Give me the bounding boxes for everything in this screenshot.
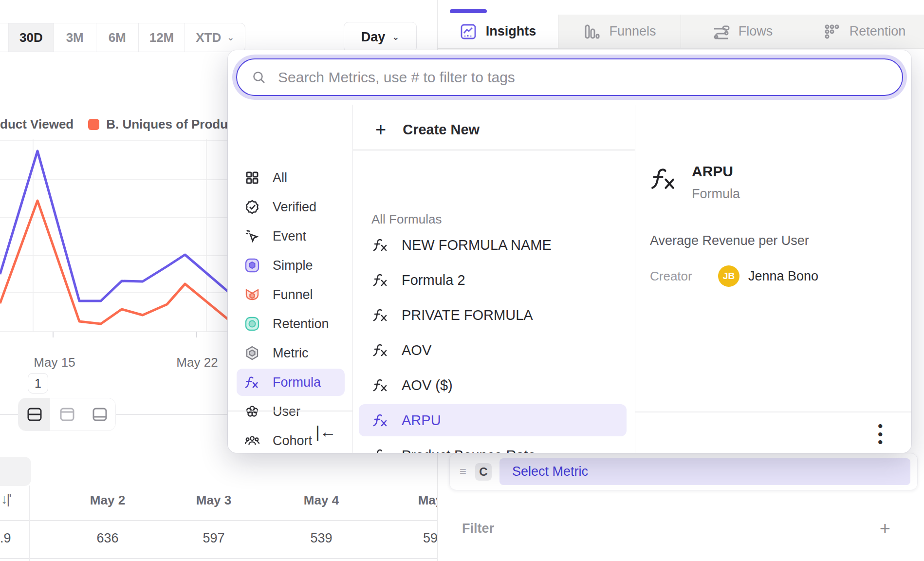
formula-item-aov-dollar[interactable]: AOV ($) [359, 369, 627, 401]
create-new-label: Create New [403, 122, 480, 138]
table-header-divider [0, 520, 437, 521]
pagination-page-button[interactable]: 1 [28, 373, 48, 393]
sidebar-item-funnel[interactable]: Funnel [237, 281, 345, 308]
grid-icon [244, 170, 260, 186]
table-tab-shape[interactable] [0, 457, 31, 486]
list-divider [353, 150, 635, 150]
sidebar-item-label: Verified [273, 200, 316, 215]
metric-detail-panel: ARPU Formula Average Revenue per User Cr… [635, 105, 911, 453]
search-icon [252, 70, 266, 85]
sidebar-item-event[interactable]: Event [237, 223, 345, 250]
formula-item-product-bounce-rate[interactable]: Product Bounce Rate [359, 439, 627, 453]
layout-top-bar-button[interactable] [51, 398, 84, 430]
fx-icon [372, 273, 389, 287]
formula-item-label: AOV ($) [402, 377, 453, 393]
sidebar-item-label: Retention [273, 317, 329, 332]
table-row-divider [0, 558, 437, 559]
tab-insights[interactable]: Insights [438, 15, 558, 48]
layout-bottom-bar-button[interactable] [84, 398, 115, 430]
tab-funnels-label: Funnels [609, 24, 656, 39]
date-range-option-30d[interactable]: 30D [9, 23, 54, 52]
sidebar-item-all[interactable]: All [237, 164, 345, 191]
metric-row-card: ≡ C Select Metric [449, 453, 918, 490]
tab-retention[interactable]: Retention [804, 15, 924, 48]
sidebar-item-formula[interactable]: Formula [237, 369, 345, 396]
formula-item-aov[interactable]: AOV [359, 334, 627, 366]
layout-toggle-group [18, 398, 116, 431]
chart-line-icon [460, 23, 477, 40]
fx-icon [372, 343, 389, 357]
table-header-may4[interactable]: May 4 [304, 493, 339, 508]
create-new-button[interactable]: + Create New [375, 120, 480, 139]
bottom-bar-layout-icon [92, 407, 108, 422]
tab-funnels[interactable]: Funnels [558, 15, 681, 48]
kebab-menu-icon[interactable]: ••• [878, 422, 883, 447]
sidebar-item-label: Funnel [273, 287, 313, 302]
table-value-partial: .9 [0, 531, 11, 546]
add-filter-icon[interactable]: + [880, 518, 890, 539]
detail-title: ARPU [692, 163, 740, 180]
flows-icon [712, 23, 730, 40]
formula-item-formula-2[interactable]: Formula 2 [359, 264, 627, 296]
event-cursor-icon [244, 228, 260, 244]
x-axis-tick-may15: May 15 [34, 355, 75, 370]
metric-letter-badge: C [475, 463, 492, 481]
date-range-option-cut[interactable] [0, 23, 9, 52]
tab-flows[interactable]: Flows [681, 15, 804, 48]
formula-item-arpu[interactable]: ARPU [359, 404, 627, 436]
layout-split-horizontal-button[interactable] [18, 398, 51, 430]
creator-label: Creator [650, 269, 718, 284]
date-range-option-xtd[interactable]: XTD ⌄ [185, 23, 245, 52]
chevron-down-icon: ⌄ [392, 32, 399, 42]
metric-hexagon-icon [244, 345, 260, 361]
user-cluster-icon [244, 404, 260, 419]
date-range-option-12m[interactable]: 12M [139, 23, 185, 52]
chart-legend: duct Viewed B. Uniques of Product Add [0, 116, 229, 132]
drag-handle-icon[interactable]: ≡ [460, 468, 470, 475]
metric-search-input[interactable] [278, 69, 887, 86]
formula-fx-icon [244, 374, 260, 390]
line-chart-area[interactable]: May 15 May 22 [0, 139, 229, 368]
collapse-sidebar-icon[interactable]: |← [315, 422, 336, 441]
table-header-may2[interactable]: May 2 [90, 493, 125, 508]
detail-divider [635, 411, 911, 412]
fx-icon [372, 308, 389, 322]
active-tab-indicator [450, 9, 487, 13]
table-value-may3: 597 [203, 531, 224, 546]
date-range-option-3m[interactable]: 3M [54, 23, 96, 52]
tab-retention-label: Retention [850, 24, 906, 39]
sidebar-item-label: Event [273, 229, 306, 244]
sidebar-item-user[interactable]: User [237, 398, 345, 425]
select-metric-field[interactable]: Select Metric [499, 458, 910, 485]
fx-icon [372, 378, 389, 393]
sidebar-item-simple[interactable]: Simple [237, 252, 345, 279]
filter-label: Filter [462, 521, 494, 536]
sidebar-item-label: Simple [273, 258, 313, 273]
sidebar-item-verified[interactable]: Verified [237, 193, 345, 221]
sidebar-item-label: All [273, 170, 287, 186]
formula-item-label: Product Bounce Rate [402, 448, 536, 453]
formula-item-new-formula-name[interactable]: NEW FORMULA NAME [359, 229, 627, 261]
date-range-option-6m[interactable]: 6M [96, 23, 139, 52]
report-tabs: Insights Funnels Flows [438, 15, 924, 49]
filter-section: Filter + [438, 506, 924, 550]
tab-insights-label: Insights [486, 24, 536, 39]
sort-icon[interactable]: ↓|' [1, 492, 11, 507]
category-sidebar: All Verified Event Simple Funnel Retenti… [228, 105, 353, 453]
granularity-dropdown[interactable]: Day ⌄ [344, 22, 417, 52]
legend-series-b-label[interactable]: B. Uniques of Product Add [106, 117, 229, 132]
legend-series-b-swatch [88, 119, 99, 130]
detail-type-label: Formula [692, 187, 740, 202]
metric-picker-modal: All Verified Event Simple Funnel Retenti… [228, 50, 911, 453]
formula-item-private-formula[interactable]: PRIVATE FORMULA [359, 299, 627, 331]
metric-search-container [236, 58, 903, 96]
top-bar-layout-icon [59, 407, 75, 422]
table-header-may3[interactable]: May 3 [196, 493, 231, 508]
sidebar-item-retention[interactable]: Retention [237, 310, 345, 337]
creator-row: Creator JB Jenna Bono [650, 265, 818, 287]
legend-series-a-label[interactable]: duct Viewed [0, 117, 74, 132]
sidebar-item-metric[interactable]: Metric [237, 339, 345, 367]
date-range-control: 30D 3M 6M 12M XTD ⌄ [0, 23, 245, 52]
table-value-may4: 539 [310, 531, 332, 546]
formula-item-label: PRIVATE FORMULA [402, 307, 533, 323]
